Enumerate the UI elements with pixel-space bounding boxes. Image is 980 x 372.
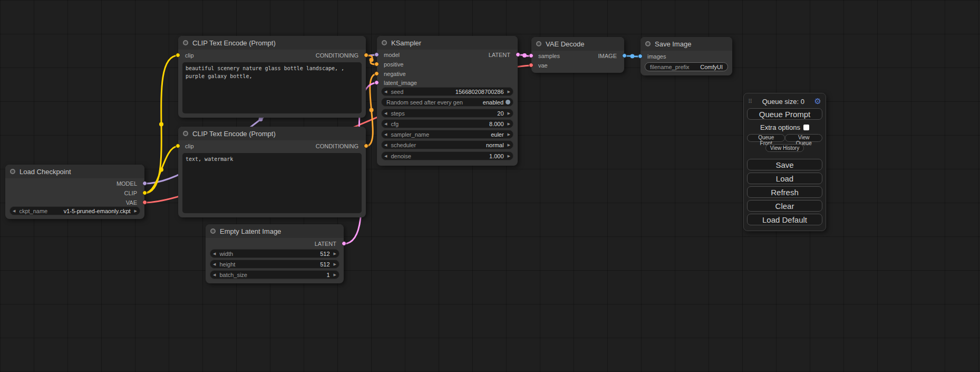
widget-label: sampler_name — [391, 131, 429, 138]
input-port-negative[interactable] — [374, 71, 379, 76]
node-clip-text-encode-positive[interactable]: CLIP Text Encode (Prompt) clip CONDITION… — [178, 36, 366, 118]
load-button[interactable]: Load — [747, 173, 822, 184]
collapse-dot[interactable] — [183, 40, 188, 45]
input-port-vae[interactable] — [529, 63, 533, 68]
collapse-dot[interactable] — [536, 41, 541, 46]
arrow-right-icon[interactable]: ▶ — [334, 250, 336, 257]
widget-steps[interactable]: ◀ steps 20 ▶ — [381, 109, 513, 118]
arrow-right-icon[interactable]: ▶ — [508, 141, 510, 149]
menu-panel: ⠿ Queue size: 0 ⚙ Queue Prompt Extra opt… — [743, 93, 826, 231]
save-button[interactable]: Save — [747, 159, 822, 170]
prompt-textarea[interactable]: text, watermark — [182, 153, 362, 213]
arrow-left-icon[interactable]: ◀ — [384, 130, 387, 138]
node-title-bar[interactable]: Save Image — [641, 37, 732, 51]
node-title-bar[interactable]: Load Checkpoint — [5, 165, 144, 178]
collapse-dot[interactable] — [210, 228, 216, 234]
widget-label: denoise — [391, 153, 411, 159]
input-port-clip[interactable] — [176, 53, 180, 58]
widget-height[interactable]: ◀ height 512 ▶ — [210, 260, 339, 269]
widget-ckpt-name[interactable]: ◀ ckpt_name v1-5-pruned-emaonly.ckpt ▶ — [9, 206, 140, 215]
node-title-bar[interactable]: Empty Latent Image — [206, 224, 344, 238]
node-empty-latent-image[interactable]: Empty Latent Image LATENT ◀ width 512 ▶ … — [206, 224, 344, 283]
extra-options-checkbox[interactable] — [803, 125, 809, 130]
queue-prompt-button[interactable]: Queue Prompt — [747, 108, 822, 120]
node-title: Load Checkpoint — [20, 168, 71, 176]
arrow-right-icon[interactable]: ▶ — [334, 260, 336, 268]
arrow-right-icon[interactable]: ▶ — [508, 152, 510, 160]
collapse-dot[interactable] — [183, 131, 188, 136]
input-port-clip[interactable] — [176, 144, 180, 148]
output-port-image[interactable] — [622, 53, 627, 58]
arrow-left-icon[interactable]: ◀ — [384, 109, 387, 117]
queue-controls-row: Queue Front View Queue — [747, 134, 822, 142]
widget-sampler-name[interactable]: ◀ sampler_name euler ▶ — [381, 130, 513, 139]
node-ksampler[interactable]: KSampler model positive negative latent_… — [377, 36, 518, 166]
wire-midpoint-dot — [159, 168, 163, 172]
output-port-conditioning[interactable] — [364, 53, 368, 58]
collapse-dot[interactable] — [10, 169, 15, 174]
arrow-left-icon[interactable]: ◀ — [384, 88, 387, 96]
widget-value: 1.000 — [489, 153, 504, 159]
settings-gear-icon[interactable]: ⚙ — [814, 97, 821, 106]
input-port-samples[interactable] — [529, 53, 533, 58]
widget-label: cfg — [391, 121, 399, 127]
refresh-button[interactable]: Refresh — [747, 186, 822, 198]
clear-button[interactable]: Clear — [747, 200, 822, 212]
widget-cfg[interactable]: ◀ cfg 8.000 ▶ — [381, 119, 513, 128]
input-port-latent-image[interactable] — [374, 80, 379, 85]
widget-batch-size[interactable]: ◀ batch_size 1 ▶ — [210, 270, 339, 279]
widget-label: batch_size — [219, 272, 247, 278]
output-port-latent[interactable] — [516, 52, 520, 57]
arrow-left-icon[interactable]: ◀ — [213, 260, 216, 268]
collapse-dot[interactable] — [382, 40, 387, 45]
output-port-latent[interactable] — [342, 241, 346, 246]
node-title-bar[interactable]: CLIP Text Encode (Prompt) — [178, 36, 366, 50]
arrow-right-icon[interactable]: ▶ — [508, 109, 510, 117]
queue-front-button[interactable]: Queue Front — [747, 134, 785, 142]
widget-label: steps — [391, 110, 404, 117]
input-label-clip: clip — [185, 143, 194, 149]
load-default-button[interactable]: Load Default — [747, 214, 822, 225]
widget-value: v1-5-pruned-emaonly.ckpt — [64, 208, 131, 214]
arrow-right-icon[interactable]: ▶ — [508, 120, 510, 128]
output-port-clip[interactable] — [142, 190, 147, 195]
output-port-vae[interactable] — [142, 200, 147, 205]
drag-handle-icon[interactable]: ⠿ — [748, 98, 752, 105]
arrow-left-icon[interactable]: ◀ — [384, 141, 387, 149]
input-port-model[interactable] — [374, 52, 379, 57]
widget-width[interactable]: ◀ width 512 ▶ — [210, 249, 339, 258]
node-load-checkpoint[interactable]: Load Checkpoint MODEL CLIP VAE ◀ ckpt_na… — [5, 165, 144, 219]
output-port-conditioning[interactable] — [364, 144, 368, 148]
arrow-right-icon[interactable]: ▶ — [134, 207, 137, 215]
output-port-model[interactable] — [142, 181, 147, 186]
node-clip-text-encode-negative[interactable]: CLIP Text Encode (Prompt) clip CONDITION… — [178, 127, 366, 217]
widget-seed[interactable]: ◀ seed 156680208700286 ▶ — [381, 87, 513, 96]
node-vae-decode[interactable]: VAE Decode samples vae IMAGE — [531, 37, 624, 73]
widget-denoise[interactable]: ◀ denoise 1.000 ▶ — [381, 151, 513, 160]
view-history-button[interactable]: View History — [765, 144, 804, 152]
node-save-image[interactable]: Save Image images filename_prefix ComfyU… — [641, 37, 732, 75]
arrow-left-icon[interactable]: ◀ — [13, 207, 15, 215]
arrow-right-icon[interactable]: ▶ — [508, 88, 510, 96]
node-title-bar[interactable]: CLIP Text Encode (Prompt) — [178, 127, 366, 140]
node-title-bar[interactable]: VAE Decode — [531, 37, 624, 51]
input-port-images[interactable] — [638, 54, 643, 59]
widget-scheduler[interactable]: ◀ scheduler normal ▶ — [381, 140, 513, 149]
prompt-textarea[interactable]: beautiful scenery nature glass bottle la… — [182, 62, 362, 113]
collapse-dot[interactable] — [645, 41, 651, 46]
graph-canvas[interactable]: Load Checkpoint MODEL CLIP VAE ◀ ckpt_na… — [0, 0, 980, 372]
arrow-left-icon[interactable]: ◀ — [213, 271, 216, 279]
view-queue-button[interactable]: View Queue — [785, 134, 822, 142]
input-label-positive: positive — [384, 61, 403, 68]
arrow-left-icon[interactable]: ◀ — [213, 250, 216, 257]
wire-midpoint-dot — [370, 108, 374, 112]
arrow-left-icon[interactable]: ◀ — [384, 120, 387, 128]
widget-random-seed-toggle[interactable]: Random seed after every gen enabled — [381, 98, 513, 107]
toggle-on-dot[interactable] — [506, 100, 510, 104]
arrow-left-icon[interactable]: ◀ — [384, 152, 387, 160]
node-title-bar[interactable]: KSampler — [377, 36, 518, 50]
widget-filename-prefix[interactable]: filename_prefix ComfyUI — [645, 62, 728, 71]
arrow-right-icon[interactable]: ▶ — [508, 130, 510, 138]
input-port-positive[interactable] — [374, 62, 379, 66]
arrow-right-icon[interactable]: ▶ — [334, 271, 336, 279]
